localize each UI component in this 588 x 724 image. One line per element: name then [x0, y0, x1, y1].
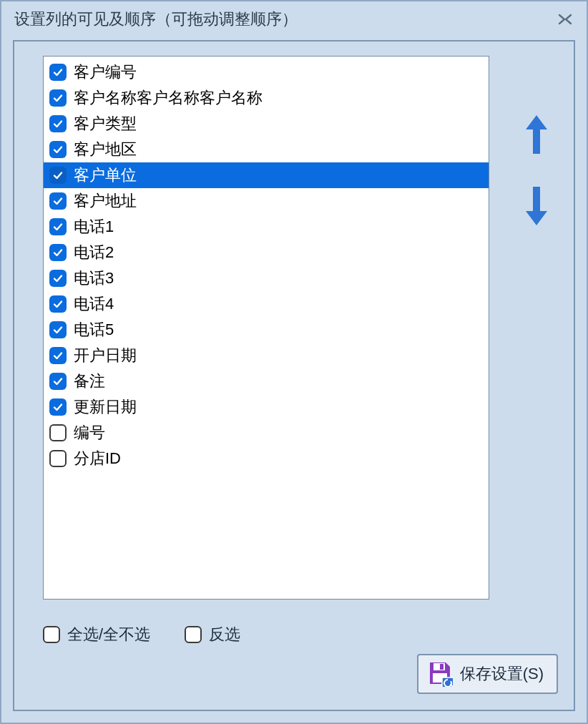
column-label: 客户单位 [74, 167, 137, 183]
checkbox-checked-icon[interactable] [49, 115, 67, 132]
column-label: 备注 [74, 373, 105, 389]
save-settings-button[interactable]: 保存设置(S) [417, 654, 558, 694]
column-list-row[interactable]: 备注 [44, 368, 489, 394]
column-label: 客户地址 [74, 193, 137, 209]
move-down-button[interactable] [521, 185, 552, 228]
column-listbox[interactable]: 客户编号客户名称客户名称客户名称客户类型客户地区客户单位客户地址电话1电话2电话… [43, 56, 489, 600]
column-list-row[interactable]: 电话4 [44, 291, 489, 317]
column-label: 电话4 [74, 296, 114, 312]
checkbox-icon [43, 626, 60, 643]
close-icon [558, 14, 572, 25]
dialog-content-frame: 客户编号客户名称客户名称客户名称客户类型客户地区客户单位客户地址电话1电话2电话… [13, 40, 575, 711]
checkbox-checked-icon[interactable] [49, 141, 67, 158]
checkbox-unchecked-icon[interactable] [49, 450, 67, 467]
column-label: 电话2 [74, 245, 114, 260]
column-list-row[interactable]: 分店ID [44, 446, 489, 471]
close-button[interactable] [555, 9, 575, 29]
move-up-button[interactable] [521, 113, 552, 156]
svg-rect-1 [440, 664, 444, 670]
column-label: 编号 [74, 425, 105, 441]
bottom-controls: 全选/全不选 反选 [43, 618, 558, 697]
column-label: 电话5 [74, 322, 114, 338]
column-list-row[interactable]: 客户名称客户名称客户名称 [44, 85, 489, 111]
save-icon [427, 661, 453, 687]
column-settings-dialog: 设置列的可见及顺序（可拖动调整顺序） 客户编号客户名称客户名称客户名称客户类型客… [0, 0, 588, 724]
column-label: 更新日期 [74, 399, 137, 415]
column-list-row[interactable]: 电话3 [44, 265, 489, 291]
dialog-title: 设置列的可见及顺序（可拖动调整顺序） [14, 9, 298, 30]
column-list-row[interactable]: 客户编号 [44, 59, 489, 85]
checkbox-checked-icon[interactable] [49, 167, 67, 184]
arrow-up-icon [526, 115, 547, 154]
column-label: 分店ID [74, 451, 121, 466]
save-button-label: 保存设置(S) [460, 663, 544, 685]
column-list-row[interactable]: 电话2 [44, 240, 489, 265]
select-all-label: 全选/全不选 [67, 624, 150, 645]
checkbox-checked-icon[interactable] [49, 218, 67, 235]
column-list-row[interactable]: 开户日期 [44, 343, 489, 368]
checkbox-checked-icon[interactable] [49, 244, 67, 261]
checkbox-checked-icon[interactable] [49, 347, 67, 364]
checkbox-unchecked-icon[interactable] [49, 424, 67, 441]
column-label: 客户名称客户名称客户名称 [74, 90, 263, 106]
column-label: 客户编号 [74, 64, 137, 80]
column-label: 客户类型 [74, 116, 137, 132]
checkbox-checked-icon[interactable] [49, 192, 67, 210]
checkbox-icon [185, 626, 202, 643]
checkbox-checked-icon[interactable] [49, 89, 67, 107]
checkbox-checked-icon[interactable] [49, 373, 67, 390]
column-list-row[interactable]: 编号 [44, 420, 489, 446]
column-list-row[interactable]: 电话5 [44, 317, 489, 343]
checkbox-checked-icon[interactable] [49, 64, 67, 81]
column-list-row[interactable]: 客户单位 [44, 162, 489, 188]
checkbox-checked-icon[interactable] [49, 295, 67, 313]
invert-selection-checkbox[interactable]: 反选 [185, 624, 240, 645]
titlebar: 设置列的可见及顺序（可拖动调整顺序） [1, 1, 587, 37]
column-list-row[interactable]: 客户地址 [44, 188, 489, 214]
select-all-checkbox[interactable]: 全选/全不选 [43, 624, 150, 645]
column-label: 电话1 [74, 219, 114, 235]
column-list-row[interactable]: 电话1 [44, 214, 489, 240]
checkbox-checked-icon[interactable] [49, 270, 67, 287]
options-row: 全选/全不选 反选 [43, 618, 558, 645]
column-label: 开户日期 [74, 348, 137, 363]
arrow-down-icon [526, 187, 547, 225]
column-label: 客户地区 [74, 142, 137, 157]
column-list-row[interactable]: 更新日期 [44, 394, 489, 420]
checkbox-checked-icon[interactable] [49, 398, 67, 416]
column-list-row[interactable]: 客户类型 [44, 111, 489, 137]
checkbox-checked-icon[interactable] [49, 321, 67, 338]
invert-label: 反选 [209, 624, 240, 645]
column-list-row[interactable]: 客户地区 [44, 137, 489, 162]
column-label: 电话3 [74, 270, 114, 286]
